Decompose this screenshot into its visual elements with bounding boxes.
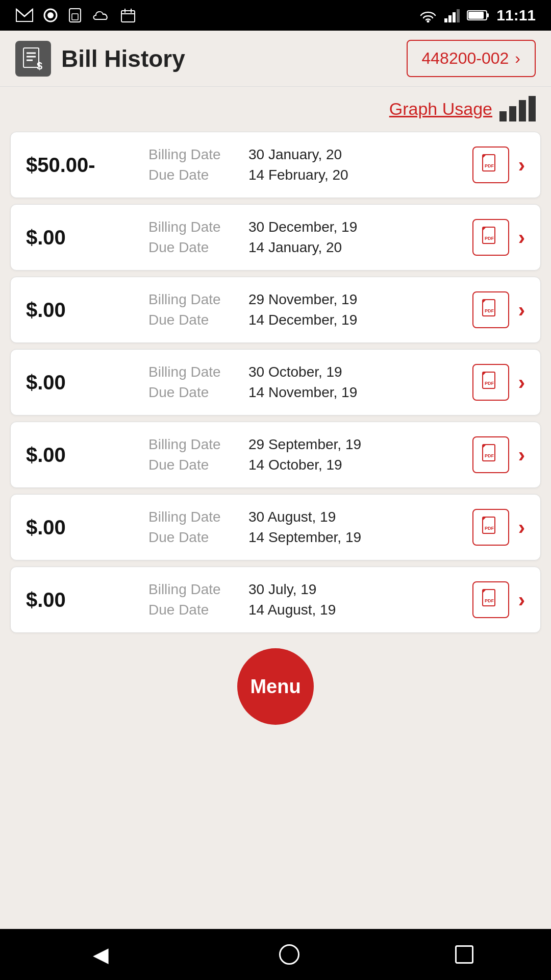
due-date-label: Due Date xyxy=(148,239,240,256)
wifi-icon xyxy=(419,8,437,22)
pdf-icon[interactable]: PDF xyxy=(472,219,509,256)
bill-chevron-icon: › xyxy=(518,444,525,467)
due-date-label: Due Date xyxy=(148,312,240,328)
account-button[interactable]: 448200-002 › xyxy=(407,40,536,77)
nav-home-button[interactable] xyxy=(279,944,299,965)
due-date-value: 14 October, 19 xyxy=(248,457,342,473)
menu-button[interactable]: Menu xyxy=(237,648,314,725)
bill-icon-svg: $ xyxy=(21,47,45,70)
svg-rect-31 xyxy=(483,517,495,533)
billing-date-label: Billing Date xyxy=(148,436,240,453)
app-header: $ Bill History 448200-002 › xyxy=(0,31,551,87)
due-date-row: Due Date 14 November, 19 xyxy=(148,384,472,401)
billing-date-label: Billing Date xyxy=(148,581,240,598)
billing-date-value: 30 August, 19 xyxy=(248,509,336,525)
page-title: Bill History xyxy=(61,45,185,72)
due-date-row: Due Date 14 August, 19 xyxy=(148,602,472,618)
billing-date-label: Billing Date xyxy=(148,364,240,380)
bill-actions: PDF › xyxy=(472,219,525,256)
nav-recent-button[interactable] xyxy=(455,945,473,964)
pdf-svg: PDF xyxy=(481,227,500,246)
bar4 xyxy=(529,96,536,121)
circle-icon xyxy=(43,8,58,23)
pdf-svg: PDF xyxy=(481,372,500,391)
svg-rect-23 xyxy=(483,227,495,243)
bill-dates: Billing Date 29 September, 19 Due Date 1… xyxy=(148,436,472,473)
due-date-row: Due Date 14 January, 20 xyxy=(148,239,472,256)
status-bar: 11:11 xyxy=(0,0,551,31)
svg-point-8 xyxy=(427,20,430,23)
svg-text:PDF: PDF xyxy=(485,598,494,603)
bar1 xyxy=(499,111,507,121)
bill-amount: $.00 xyxy=(26,516,148,539)
due-date-row: Due Date 14 October, 19 xyxy=(148,457,472,473)
bill-item[interactable]: $.00 Billing Date 30 December, 19 Due Da… xyxy=(10,204,541,271)
pdf-icon[interactable]: PDF xyxy=(472,581,509,618)
signal-icon xyxy=(444,8,460,22)
svg-rect-3 xyxy=(72,14,78,20)
bill-dates: Billing Date 30 July, 19 Due Date 14 Aug… xyxy=(148,581,472,618)
svg-text:PDF: PDF xyxy=(485,453,494,458)
due-date-value: 14 August, 19 xyxy=(248,602,336,618)
bill-item[interactable]: $.00 Billing Date 29 September, 19 Due D… xyxy=(10,422,541,488)
sim-icon xyxy=(67,8,83,23)
bill-chevron-icon: › xyxy=(518,226,525,249)
bill-amount: $.00 xyxy=(26,444,148,467)
svg-text:$: $ xyxy=(37,60,42,70)
bill-dates: Billing Date 30 January, 20 Due Date 14 … xyxy=(148,146,472,183)
bill-dates: Billing Date 30 December, 19 Due Date 14… xyxy=(148,219,472,256)
billing-date-row: Billing Date 30 December, 19 xyxy=(148,219,472,235)
billing-date-label: Billing Date xyxy=(148,219,240,235)
bill-actions: PDF › xyxy=(472,291,525,328)
bill-icon: $ xyxy=(15,41,51,77)
pdf-svg: PDF xyxy=(481,589,500,608)
bill-item[interactable]: $.00 Billing Date 29 November, 19 Due Da… xyxy=(10,277,541,343)
svg-rect-12 xyxy=(457,9,460,22)
due-date-value: 14 January, 20 xyxy=(248,239,342,256)
pdf-icon-symbol: PDF xyxy=(481,299,500,321)
bill-item[interactable]: $.00 Billing Date 30 October, 19 Due Dat… xyxy=(10,349,541,415)
calendar-icon xyxy=(120,8,136,23)
bar3 xyxy=(519,100,526,121)
bill-chevron-icon: › xyxy=(518,371,525,394)
bill-item[interactable]: $.00 Billing Date 30 August, 19 Due Date… xyxy=(10,494,541,560)
cloud-icon xyxy=(92,8,111,22)
pdf-svg: PDF xyxy=(481,299,500,318)
svg-rect-11 xyxy=(453,12,456,22)
bill-chevron-icon: › xyxy=(518,299,525,322)
bar-chart-icon xyxy=(499,96,536,121)
due-date-value: 14 December, 19 xyxy=(248,312,357,328)
svg-text:PDF: PDF xyxy=(485,236,494,241)
status-icons-right: 11:11 xyxy=(419,7,536,24)
due-date-label: Due Date xyxy=(148,457,240,473)
billing-date-label: Billing Date xyxy=(148,146,240,163)
bar2 xyxy=(509,106,516,121)
bill-dates: Billing Date 30 August, 19 Due Date 14 S… xyxy=(148,509,472,546)
due-date-value: 14 September, 19 xyxy=(248,529,361,546)
nav-back-button[interactable]: ◀ xyxy=(78,938,124,971)
pdf-icon-symbol: PDF xyxy=(481,372,500,393)
bill-item[interactable]: $.00 Billing Date 30 July, 19 Due Date 1… xyxy=(10,567,541,633)
pdf-icon[interactable]: PDF xyxy=(472,436,509,473)
account-chevron-icon: › xyxy=(515,49,520,68)
due-date-value: 14 November, 19 xyxy=(248,384,357,401)
pdf-icon[interactable]: PDF xyxy=(472,364,509,401)
bill-item[interactable]: $50.00- Billing Date 30 January, 20 Due … xyxy=(10,132,541,198)
pdf-icon-symbol: PDF xyxy=(481,589,500,610)
billing-date-value: 29 November, 19 xyxy=(248,291,357,308)
svg-rect-4 xyxy=(121,11,135,22)
svg-text:PDF: PDF xyxy=(485,308,494,313)
bill-amount: $.00 xyxy=(26,371,148,394)
bill-actions: PDF › xyxy=(472,146,525,183)
svg-text:PDF: PDF xyxy=(485,381,494,386)
pdf-icon[interactable]: PDF xyxy=(472,291,509,328)
graph-usage-link[interactable]: Graph Usage xyxy=(389,99,492,119)
pdf-icon[interactable]: PDF xyxy=(472,509,509,546)
bill-actions: PDF › xyxy=(472,364,525,401)
menu-button-label: Menu xyxy=(250,676,300,698)
billing-date-row: Billing Date 30 August, 19 xyxy=(148,509,472,525)
pdf-icon[interactable]: PDF xyxy=(472,146,509,183)
due-date-label: Due Date xyxy=(148,602,240,618)
pdf-icon-symbol: PDF xyxy=(481,444,500,465)
status-icons-left xyxy=(15,8,136,23)
